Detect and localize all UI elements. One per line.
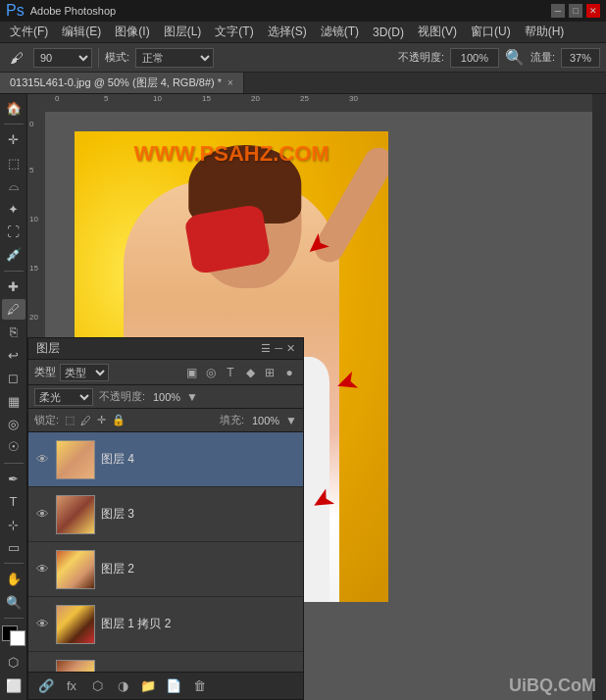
crop-tool[interactable]: ⛶ [2,222,25,242]
lock-all-icon[interactable]: 🔒 [112,414,126,426]
menu-filter[interactable]: 滤镜(T) [315,22,365,42]
menu-select[interactable]: 选择(S) [262,22,313,42]
menu-3d[interactable]: 3D(D) [367,24,410,41]
ruler-v-20: 20 [29,313,38,322]
move-tool[interactable]: ✛ [2,129,25,150]
flow-input[interactable] [561,48,600,68]
menu-image[interactable]: 图像(I) [109,22,155,42]
path-tool[interactable]: ⊹ [2,514,25,534]
layer-1copy2-visibility-icon[interactable]: 👁 [34,617,50,632]
tab-bar: 01315L461-0.jpg @ 50% (图层 4, RGB/8#) * × [0,73,606,94]
layer-4-thumbnail [56,440,95,479]
blend-mode-select[interactable]: 柔光 [34,388,93,406]
layers-list[interactable]: 👁 图层 4 👁 图层 3 👁 图层 2 [28,432,303,672]
screen-mode-icon[interactable]: ⬜ [2,675,25,695]
maximize-button[interactable]: □ [569,4,582,18]
canvas-area[interactable]: 0 5 10 15 20 25 30 0 5 10 15 20 25 [27,94,606,700]
dodge-tool[interactable]: ☉ [2,436,25,457]
pen-tool[interactable]: ✒ [2,469,25,489]
menu-window[interactable]: 窗口(U) [465,22,517,42]
main-area: 🏠 ✛ ⬚ ⌓ ✦ ⛶ 💉 ✚ 🖊 ⎘ ↩ ◻ ▦ ◎ ☉ ✒ T ⊹ ▭ ✋ … [0,94,606,700]
layer-item-3[interactable]: 👁 图层 3 [28,487,303,542]
history-tool[interactable]: ↩ [2,345,25,366]
lock-pixels-icon[interactable]: 🖊 [80,415,91,426]
opacity-input[interactable] [450,48,499,68]
document-tab[interactable]: 01315L461-0.jpg @ 50% (图层 4, RGB/8#) * × [0,73,244,93]
blend-mode-dropdown[interactable]: 正常 [135,48,214,68]
layer-filter-adjust-icon[interactable]: ◎ [203,365,219,380]
marquee-tool[interactable]: ⬚ [2,153,25,174]
layers-type-dropdown[interactable]: 类型 [60,364,109,381]
tab-close-button[interactable]: × [227,77,233,88]
lock-label: 锁定: [34,413,59,427]
layer-link-icon[interactable]: 🔗 [36,676,56,696]
layer-3-name: 图层 3 [101,506,297,523]
quick-mask-icon[interactable]: ⬡ [2,652,25,673]
layer-filter-smart-icon[interactable]: ⊞ [262,365,278,380]
layer-new-icon[interactable]: 📄 [164,676,183,696]
brush-tool[interactable]: 🖊 [2,299,25,320]
layer-group-icon[interactable]: 📁 [138,676,158,696]
menu-help[interactable]: 帮助(H) [519,22,571,42]
layer-3-visibility-icon[interactable]: 👁 [34,507,50,523]
lock-transparent-icon[interactable]: ⬚ [65,414,75,426]
layer-filter-toggle[interactable]: ● [281,365,297,380]
layer-fx-icon[interactable]: fx [62,676,81,696]
menu-edit[interactable]: 编辑(E) [56,22,107,42]
eyedropper-tool[interactable]: 💉 [2,244,25,265]
layer-delete-icon[interactable]: 🗑 [189,676,209,696]
blur-tool[interactable]: ◎ [2,414,25,434]
brush-size-dropdown[interactable]: 90 [33,48,92,68]
text-tool[interactable]: T [2,491,25,512]
gradient-tool[interactable]: ▦ [2,390,25,411]
menu-file[interactable]: 文件(F) [4,22,54,42]
layer-mask-icon[interactable]: ⬡ [87,676,107,696]
layers-panel-menu-icon[interactable]: ☰ [261,342,271,355]
layer-filter-text-icon[interactable]: T [223,365,238,380]
close-button[interactable]: ✕ [586,4,600,18]
layers-search-row: 类型 类型 ▣ ◎ T ◆ ⊞ ● [28,360,303,385]
layer-item-4[interactable]: 👁 图层 4 [28,432,303,487]
layer-item-2[interactable]: 👁 图层 2 [28,542,303,597]
hand-tool[interactable]: ✋ [2,569,25,589]
color-swatch[interactable] [2,625,25,646]
layer-2-visibility-icon[interactable]: 👁 [34,562,50,577]
fill-arrow-icon[interactable]: ▼ [285,414,297,427]
stamp-tool[interactable]: ⎘ [2,322,25,342]
home-icon[interactable]: 🏠 [2,98,25,119]
healing-tool[interactable]: ✚ [2,276,25,297]
layer-4-name: 图层 4 [101,451,297,468]
eraser-tool[interactable]: ◻ [2,368,25,388]
opacity-label: 不透明度: [398,50,444,65]
ruler-h-15: 15 [202,94,211,103]
options-bar: 🖌 90 模式: 正常 不透明度: 🔍 流量: [0,43,606,73]
fill-label: 填充: [220,413,244,427]
layer-3-thumbnail [56,495,95,534]
layers-panel-close-icon[interactable]: ─ [275,342,282,355]
layer-4-visibility-icon[interactable]: 👁 [34,452,50,468]
menu-text[interactable]: 文字(T) [209,22,259,42]
opacity-arrow-icon[interactable]: ▼ [186,390,198,404]
title-bar: Ps Adobe Photoshop ─ □ ✕ [0,0,606,22]
magic-wand-tool[interactable]: ✦ [2,198,25,219]
layers-panel-x-icon[interactable]: ✕ [286,342,295,355]
layer-adjust-icon[interactable]: ◑ [113,676,132,696]
zoom-tool[interactable]: 🔍 [2,591,25,612]
lock-position-icon[interactable]: ✛ [97,414,106,426]
layer-item-1copy[interactable]: 👁 图层 1拷贝 [28,652,303,672]
ruler-h-25: 25 [300,94,309,103]
right-scrollbar[interactable] [592,94,606,700]
shape-tool[interactable]: ▭ [2,537,25,558]
layer-item-1copy2[interactable]: 👁 图层 1 拷贝 2 [28,597,303,652]
tool-separator-5 [4,618,24,619]
horizontal-ruler: 0 5 10 15 20 25 30 [45,94,606,112]
menu-layer[interactable]: 图层(L) [158,22,208,42]
minimize-button[interactable]: ─ [551,4,565,18]
layer-filter-pixel-icon[interactable]: ▣ [183,365,199,380]
layer-filter-shape-icon[interactable]: ◆ [242,365,258,380]
lasso-tool[interactable]: ⌓ [2,175,25,196]
brush-tool-icon: 🖌 [6,47,27,69]
ruler-h-10: 10 [153,94,162,103]
menu-view[interactable]: 视图(V) [412,22,463,42]
search-icon[interactable]: 🔍 [505,48,525,67]
